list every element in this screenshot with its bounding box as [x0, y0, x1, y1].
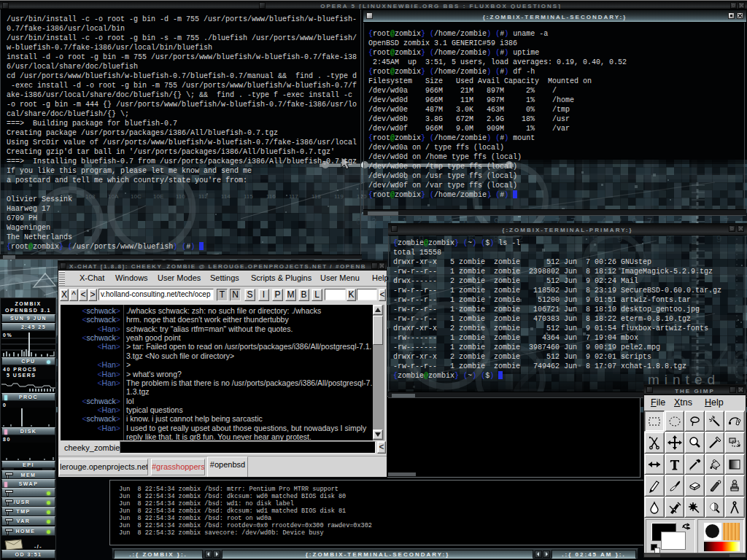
svg-text:3: 3 — [371, 216, 376, 227]
